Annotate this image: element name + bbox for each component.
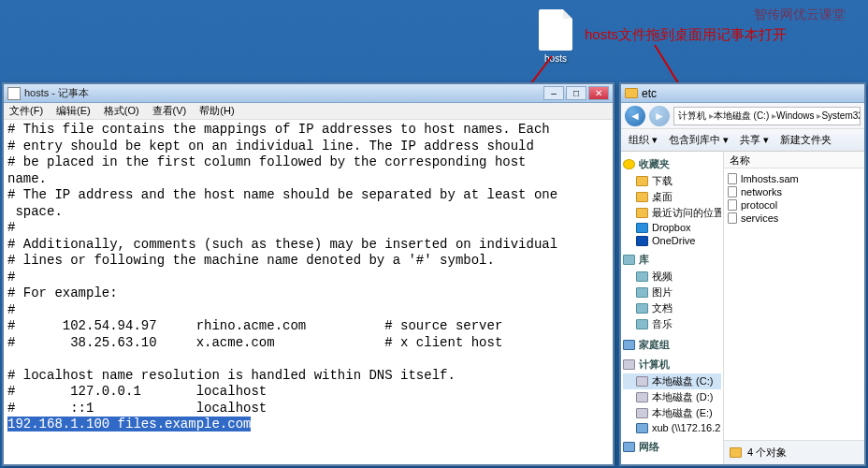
- minimize-button[interactable]: –: [543, 86, 564, 100]
- tb-share[interactable]: 共享 ▾: [740, 133, 769, 147]
- explorer-status: 4 个对象: [724, 440, 864, 464]
- bc-0[interactable]: 计算机: [678, 110, 714, 123]
- tree-dropbox[interactable]: Dropbox: [623, 221, 721, 234]
- file-icon: [728, 212, 737, 224]
- folder-icon: [636, 176, 648, 186]
- star-icon: [623, 159, 635, 169]
- watermark-text: 智传网优云课堂: [754, 7, 846, 23]
- music-icon: [636, 319, 648, 329]
- bc-2[interactable]: Windows: [776, 110, 821, 121]
- tree-computer[interactable]: 计算机: [623, 358, 721, 372]
- tree-pictures[interactable]: 图片: [623, 285, 721, 300]
- notepad-icon: [7, 87, 21, 100]
- tree-desktop[interactable]: 桌面: [623, 189, 721, 205]
- notepad-menubar: 文件(F) 编辑(E) 格式(O) 查看(V) 帮助(H): [4, 103, 613, 120]
- tree-videos[interactable]: 视频: [623, 269, 721, 285]
- back-button[interactable]: ◄: [625, 106, 645, 126]
- tree-libraries[interactable]: 库: [623, 253, 721, 267]
- file-icon: [539, 9, 572, 51]
- status-text: 4 个对象: [747, 446, 787, 460]
- column-header-name[interactable]: 名称: [724, 152, 864, 168]
- file-icon: [728, 186, 737, 197]
- onedrive-icon: [636, 236, 648, 246]
- explorer-title: etc: [642, 87, 657, 100]
- file-item[interactable]: lmhosts.sam: [728, 172, 861, 185]
- tree-disk-c[interactable]: 本地磁盘 (C:): [623, 373, 721, 389]
- folder-icon: [636, 208, 648, 218]
- editor-highlighted-line: 192.168.1.100 files.example.com: [7, 417, 251, 431]
- picture-icon: [636, 287, 648, 298]
- desktop-file-hosts[interactable]: hosts: [533, 9, 578, 64]
- folder-icon: [625, 88, 638, 98]
- folder-icon: [636, 192, 648, 202]
- menu-format[interactable]: 格式(O): [104, 104, 139, 118]
- notepad-editor[interactable]: # This file contains the mappings of IP …: [4, 120, 613, 464]
- bc-1[interactable]: 本地磁盘 (C:): [714, 110, 776, 123]
- tree-homegroup[interactable]: 家庭组: [623, 338, 721, 352]
- notepad-titlebar[interactable]: hosts - 记事本 – □ ✕: [4, 84, 613, 103]
- homegroup-icon: [623, 340, 635, 350]
- tree-documents[interactable]: 文档: [623, 300, 721, 316]
- menu-help[interactable]: 帮助(H): [199, 104, 234, 118]
- disk-icon: [636, 392, 648, 402]
- bc-3[interactable]: System32: [821, 110, 861, 121]
- explorer-nav: ◄ ► 计算机 本地磁盘 (C:) Windows System32 dr: [621, 103, 864, 129]
- netdrive-icon: [636, 423, 648, 433]
- menu-edit[interactable]: 编辑(E): [56, 104, 91, 118]
- maximize-button[interactable]: □: [566, 86, 586, 100]
- explorer-filepane: 名称 lmhosts.sam networks protocol service…: [724, 152, 864, 464]
- tree-onedrive[interactable]: OneDrive: [623, 234, 721, 247]
- tree-favorites[interactable]: 收藏夹: [623, 157, 721, 171]
- notepad-title: hosts - 记事本: [24, 86, 543, 100]
- file-item[interactable]: protocol: [728, 198, 861, 212]
- tb-include[interactable]: 包含到库中 ▾: [669, 133, 729, 147]
- desktop-file-label: hosts: [544, 53, 567, 64]
- file-icon: [728, 199, 737, 211]
- menu-file[interactable]: 文件(F): [9, 104, 43, 118]
- breadcrumb[interactable]: 计算机 本地磁盘 (C:) Windows System32 dr: [673, 107, 861, 125]
- explorer-window: etc ◄ ► 计算机 本地磁盘 (C:) Windows System32 d…: [619, 82, 866, 466]
- file-icon: [728, 173, 737, 184]
- computer-icon: [623, 359, 635, 370]
- annotation-top: hosts文件拖到桌面用记事本打开: [585, 26, 856, 44]
- tb-newfolder[interactable]: 新建文件夹: [780, 133, 832, 147]
- close-button[interactable]: ✕: [588, 86, 609, 100]
- disk-icon: [636, 376, 648, 387]
- tree-music[interactable]: 音乐: [623, 316, 721, 332]
- file-item[interactable]: networks: [728, 185, 861, 198]
- folder-icon: [730, 447, 742, 458]
- video-icon: [636, 271, 648, 282]
- file-item[interactable]: services: [728, 212, 861, 225]
- library-icon: [623, 255, 635, 265]
- notepad-window: hosts - 记事本 – □ ✕ 文件(F) 编辑(E) 格式(O) 查看(V…: [2, 82, 615, 466]
- editor-text: # This file contains the mappings of IP …: [7, 122, 557, 416]
- explorer-toolbar: 组织 ▾ 包含到库中 ▾ 共享 ▾ 新建文件夹: [621, 129, 864, 152]
- tree-recent[interactable]: 最近访问的位置: [623, 205, 721, 221]
- document-icon: [636, 303, 648, 314]
- tree-netdrive[interactable]: xub (\\172.16.26.1: [623, 421, 721, 434]
- explorer-titlebar[interactable]: etc: [621, 84, 864, 103]
- tree-network[interactable]: 网络: [623, 440, 721, 454]
- tb-organize[interactable]: 组织 ▾: [629, 133, 658, 147]
- tree-disk-e[interactable]: 本地磁盘 (E:): [623, 405, 721, 421]
- menu-view[interactable]: 查看(V): [152, 104, 187, 118]
- file-list: lmhosts.sam networks protocol services: [724, 168, 864, 440]
- tree-downloads[interactable]: 下载: [623, 173, 721, 189]
- explorer-tree: 收藏夹 下载 桌面 最近访问的位置 Dropbox OneDrive 库 视频 …: [621, 152, 724, 464]
- network-icon: [623, 442, 635, 452]
- disk-icon: [636, 408, 648, 418]
- tree-disk-d[interactable]: 本地磁盘 (D:): [623, 389, 721, 405]
- dropbox-icon: [636, 223, 648, 233]
- forward-button[interactable]: ►: [649, 106, 670, 126]
